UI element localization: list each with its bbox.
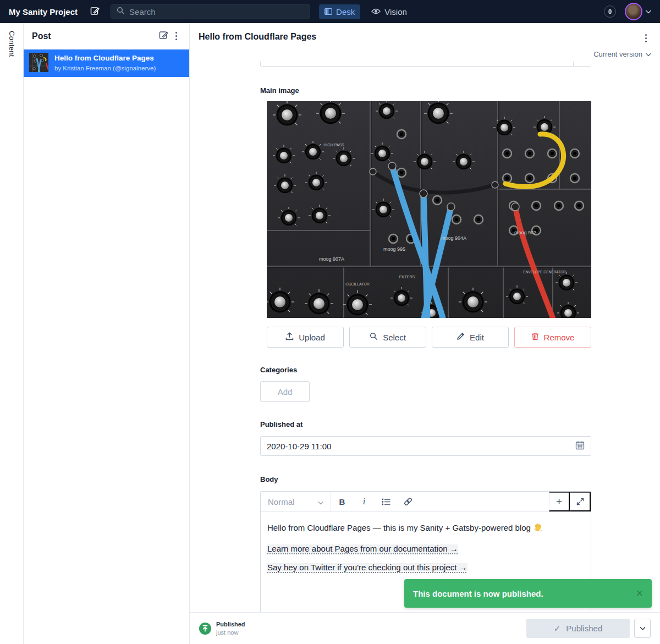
search-icon — [370, 332, 378, 342]
version-label: Current version — [593, 50, 642, 58]
pane-menu-button[interactable] — [171, 30, 182, 42]
field-label-categories: Categories — [260, 366, 591, 374]
expand-editor-button[interactable] — [570, 492, 591, 511]
photo-label: moog 904A — [441, 235, 466, 241]
toast-published: This document is now published. × — [404, 579, 652, 608]
check-icon: ✓ — [554, 624, 561, 634]
tab-vision[interactable]: Vision — [371, 7, 407, 16]
text-style-value: Normal — [268, 497, 294, 507]
document-header: Hello from Cloudflare Pages — [190, 23, 660, 45]
footer-actions: ✓ Published — [526, 619, 651, 638]
add-category-button[interactable]: Add — [260, 381, 310, 402]
post-item-text: Hello from Cloudflare Pages by Kristian … — [54, 54, 156, 72]
clipped-field-button[interactable] — [573, 62, 591, 66]
photo-label: moog 995 — [383, 246, 405, 252]
publish-status-time: just now — [216, 629, 245, 636]
select-button[interactable]: Select — [349, 327, 426, 348]
body-link[interactable]: Say hey on Twitter if you're checking ou… — [267, 563, 468, 571]
list-item-post[interactable]: Hello from Cloudflare Pages by Kristian … — [24, 49, 189, 77]
pencil-icon — [457, 332, 465, 342]
compose-icon — [159, 30, 169, 42]
chevron-down-icon — [318, 497, 323, 507]
toast-message: This document is now published. — [413, 589, 543, 598]
search-box[interactable] — [111, 4, 310, 19]
navbar-right: 0 — [604, 3, 651, 20]
document-menu-button[interactable] — [641, 32, 651, 45]
publish-button-label: Published — [566, 624, 602, 633]
photo-label: ENVELOPE GENERATOR — [523, 270, 566, 274]
new-document-button[interactable] — [89, 5, 102, 18]
field-label-published-at: Published at — [260, 420, 591, 428]
pane-title: Post — [32, 31, 157, 41]
publish-menu-button[interactable] — [634, 619, 651, 638]
chevron-down-icon — [640, 624, 646, 632]
edit-button[interactable]: Edit — [432, 327, 509, 348]
desk-icon — [324, 7, 332, 16]
clipped-field[interactable] — [260, 62, 591, 67]
photo-label: HIGH PASS — [323, 143, 344, 147]
top-navbar: My Sanity Project Desk Vision 0 — [0, 0, 660, 23]
project-title: My Sanity Project — [9, 7, 78, 16]
remove-button-label: Remove — [544, 333, 575, 342]
photo-label: FILTERS — [399, 275, 415, 279]
body-content[interactable]: Hello from Cloudflare Pages — this is my… — [261, 512, 591, 588]
avatar[interactable] — [625, 3, 642, 20]
calendar-icon[interactable] — [575, 441, 585, 452]
search-input[interactable] — [129, 7, 304, 16]
close-icon[interactable]: × — [636, 587, 643, 599]
create-post-button[interactable] — [157, 28, 171, 44]
insert-block-button[interactable]: + — [549, 492, 570, 511]
upload-button-label: Upload — [299, 333, 325, 342]
remove-button[interactable]: Remove — [514, 327, 591, 348]
body-link[interactable]: Learn more about Pages from our document… — [267, 544, 458, 553]
photo-label: moog 907A — [319, 256, 344, 262]
field-label-body: Body — [260, 475, 591, 483]
upload-icon — [285, 332, 294, 342]
tab-desk-label: Desk — [336, 7, 355, 16]
tab-desk[interactable]: Desk — [319, 4, 360, 19]
photo-label: OSCILLATOR — [345, 282, 370, 286]
image-actions: Upload Select Edit Remove — [267, 327, 591, 348]
bullet-list-button[interactable] — [375, 492, 397, 511]
edit-button-label: Edit — [470, 333, 484, 342]
tab-vision-label: Vision — [384, 7, 407, 16]
publish-status: Published just now — [216, 620, 245, 636]
upload-button[interactable]: Upload — [267, 327, 344, 348]
notifications-badge[interactable]: 0 — [604, 5, 616, 18]
published-at-field — [260, 436, 591, 456]
post-item-subtitle: by Kristian Freeman (@signalnerve) — [54, 64, 156, 72]
eye-icon — [371, 7, 381, 16]
post-thumbnail — [29, 53, 48, 74]
italic-button[interactable]: i — [353, 492, 375, 511]
main-image-photo[interactable]: HIGH PASS moog 907A moog 995 moog 904A m… — [267, 101, 591, 318]
document-title: Hello from Cloudflare Pages — [199, 32, 641, 42]
publish-button[interactable]: ✓ Published — [526, 619, 630, 638]
search-icon — [117, 7, 125, 17]
body-paragraph: Hello from Cloudflare Pages — this is my… — [267, 523, 584, 534]
post-pane-header: Post — [24, 23, 189, 49]
version-selector[interactable]: Current version — [190, 45, 660, 58]
bold-button[interactable]: B — [331, 492, 353, 511]
document-footer: Published just now ✓ Published — [190, 612, 660, 644]
compose-icon — [90, 6, 100, 18]
app-body: Content Post Hello from Cloudflare Pages… — [0, 23, 660, 644]
content-rail: Content — [0, 23, 24, 644]
wave-emoji-icon — [533, 523, 542, 534]
chevron-down-icon — [646, 50, 651, 58]
field-label-main-image: Main image — [260, 86, 591, 95]
post-list-pane: Post Hello from Cloudflare Pages by Kris… — [24, 23, 190, 644]
select-button-label: Select — [383, 333, 406, 342]
document-pane: Hello from Cloudflare Pages Current vers… — [190, 23, 660, 644]
toolbar-spacer — [419, 492, 549, 511]
published-at-input[interactable] — [267, 442, 575, 451]
post-item-title: Hello from Cloudflare Pages — [54, 54, 156, 63]
body-toolbar: Normal B i + — [261, 492, 591, 512]
publish-status-icon — [199, 623, 211, 635]
link-button[interactable] — [397, 492, 419, 511]
document-form: Main image — [190, 58, 591, 634]
content-rail-tab[interactable]: Content — [8, 31, 16, 644]
publish-status-label: Published — [216, 620, 245, 628]
text-style-select[interactable]: Normal — [261, 492, 331, 511]
photo-label: moog 902 — [514, 230, 536, 235]
chevron-down-icon[interactable] — [646, 10, 651, 14]
